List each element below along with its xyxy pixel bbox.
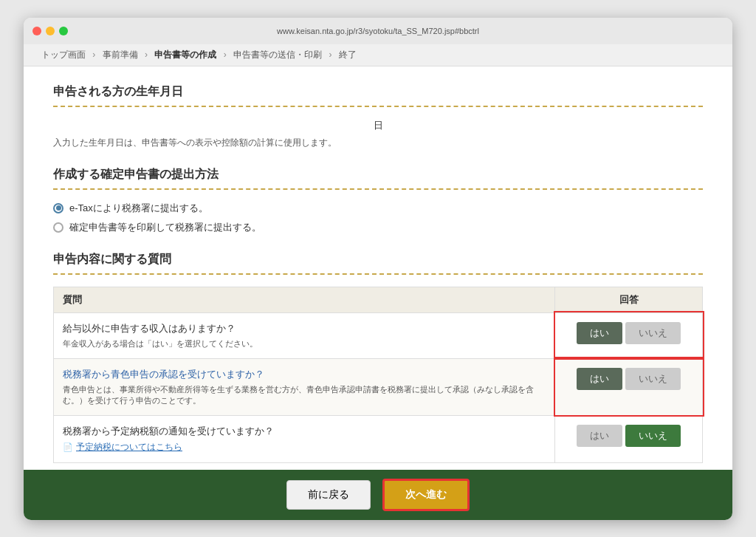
question-2-sub: 青色申告とは、事業所得や不動産所得等を生ずる業務を営む方が、青色申告承認申請書を… — [63, 384, 546, 406]
radio-print-indicator — [53, 222, 63, 233]
doc-icon: 📄 — [63, 442, 73, 452]
question-2-main: 税務署から青色申告の承認を受けていますか？ — [63, 368, 546, 381]
question-3-link[interactable]: 予定納税についてはこちら — [76, 441, 182, 454]
section-questions-title: 申告内容に関する質問 — [53, 252, 703, 267]
breadcrumb-item-prep[interactable]: 事前準備 — [103, 49, 138, 60]
section-birthday-title: 申告される方の生年月日 — [53, 84, 703, 100]
question-3-cell: 税務署から予定納税額の通知を受けていますか？ 📄 予定納税についてはこちら — [54, 415, 555, 462]
main-content: 申告される方の生年月日 日 入力した生年月日は、申告書等への表示や控除額の計算に… — [24, 66, 732, 470]
question-2-btn-group: はい いいえ — [564, 368, 693, 390]
question-row-2: 税務署から青色申告の承認を受けていますか？ 青色申告とは、事業所得や不動産所得等… — [54, 358, 703, 415]
breadcrumb-sep-3: › — [224, 49, 227, 60]
breadcrumb-item-top[interactable]: トップ画面 — [41, 49, 86, 60]
back-button[interactable]: 前に戻る — [286, 480, 371, 510]
breadcrumb-sep-2: › — [145, 49, 148, 60]
close-button[interactable] — [32, 27, 41, 35]
question-2-hai-button[interactable]: はい — [577, 368, 622, 390]
question-1-hai-button[interactable]: はい — [577, 322, 622, 344]
date-label: 日 — [53, 119, 703, 132]
breadcrumb-item-end[interactable]: 終了 — [339, 49, 357, 60]
maximize-button[interactable] — [59, 27, 68, 35]
questions-table: 質問 回答 給与以外に申告する収入はありますか？ 年金収入がある場合は「はい」を… — [53, 287, 703, 463]
radio-etax[interactable]: e-Taxにより税務署に提出する。 — [53, 202, 703, 215]
radio-etax-indicator — [53, 203, 63, 213]
radio-print[interactable]: 確定申告書等を印刷して税務署に提出する。 — [53, 221, 703, 234]
section-questions: 申告内容に関する質問 質問 回答 給与以外に申告する収入はありますか？ 年金収入… — [53, 252, 703, 463]
section-submission-divider — [53, 188, 703, 190]
section-submission: 作成する確定申告書の提出方法 e-Taxにより税務署に提出する。 確定申告書等を… — [53, 167, 703, 234]
url-bar: www.keisan.nta.go.jp/r3/syotoku/ta_SS_M7… — [277, 27, 479, 35]
question-row-3: 税務署から予定納税額の通知を受けていますか？ 📄 予定納税についてはこちら はい… — [54, 415, 703, 462]
breadcrumb-sep-1: › — [92, 49, 95, 60]
date-hint: 入力した生年月日は、申告書等への表示や控除額の計算に使用します。 — [53, 137, 703, 149]
section-submission-title: 作成する確定申告書の提出方法 — [53, 167, 703, 182]
question-3-btn-group: はい いいえ — [564, 425, 693, 447]
section-birthday: 申告される方の生年月日 日 入力した生年月日は、申告書等への表示や控除額の計算に… — [53, 84, 703, 149]
question-1-main: 給与以外に申告する収入はありますか？ — [63, 322, 546, 335]
minimize-button[interactable] — [46, 27, 55, 35]
radio-etax-label: e-Taxにより税務署に提出する。 — [69, 202, 208, 215]
radio-print-label: 確定申告書等を印刷して税務署に提出する。 — [69, 221, 261, 234]
col-question-header: 質問 — [54, 287, 555, 312]
question-1-btn-group: はい いいえ — [564, 322, 693, 344]
breadcrumb-item-send[interactable]: 申告書等の送信・印刷 — [233, 49, 322, 60]
col-answer-header: 回答 — [555, 287, 703, 312]
question-3-answer-cell: はい いいえ — [555, 415, 703, 462]
question-3-iie-button[interactable]: いいえ — [625, 425, 681, 447]
section-questions-divider — [53, 273, 703, 275]
breadcrumb-sep-4: › — [329, 49, 331, 60]
breadcrumb-item-create[interactable]: 申告書等の作成 — [154, 49, 216, 60]
question-2-answer-cell: はい いいえ — [555, 358, 703, 415]
traffic-lights — [32, 27, 68, 35]
footer-bar: 前に戻る 次へ進む — [24, 470, 732, 520]
question-3-link-row: 📄 予定納税についてはこちら — [63, 441, 546, 454]
question-1-sub: 年金収入がある場合は「はい」を選択してください。 — [63, 338, 546, 349]
question-row-1: 給与以外に申告する収入はありますか？ 年金収入がある場合は「はい」を選択してくだ… — [54, 312, 703, 358]
next-button[interactable]: 次へ進む — [382, 479, 470, 511]
question-1-answer-cell: はい いいえ — [555, 312, 703, 358]
question-1-iie-button[interactable]: いいえ — [625, 322, 681, 344]
section-birthday-divider — [53, 106, 703, 107]
browser-window: www.keisan.nta.go.jp/r3/syotoku/ta_SS_M7… — [24, 18, 732, 520]
breadcrumb: トップ画面 › 事前準備 › 申告書等の作成 › 申告書等の送信・印刷 › 終了 — [24, 44, 732, 66]
question-2-cell: 税務署から青色申告の承認を受けていますか？ 青色申告とは、事業所得や不動産所得等… — [54, 358, 555, 415]
question-3-hai-button[interactable]: はい — [577, 425, 622, 447]
question-1-cell: 給与以外に申告する収入はありますか？ 年金収入がある場合は「はい」を選択してくだ… — [54, 312, 555, 358]
titlebar: www.keisan.nta.go.jp/r3/syotoku/ta_SS_M7… — [24, 18, 732, 44]
question-2-iie-button[interactable]: いいえ — [625, 368, 681, 390]
question-3-main: 税務署から予定納税額の通知を受けていますか？ — [63, 425, 546, 438]
